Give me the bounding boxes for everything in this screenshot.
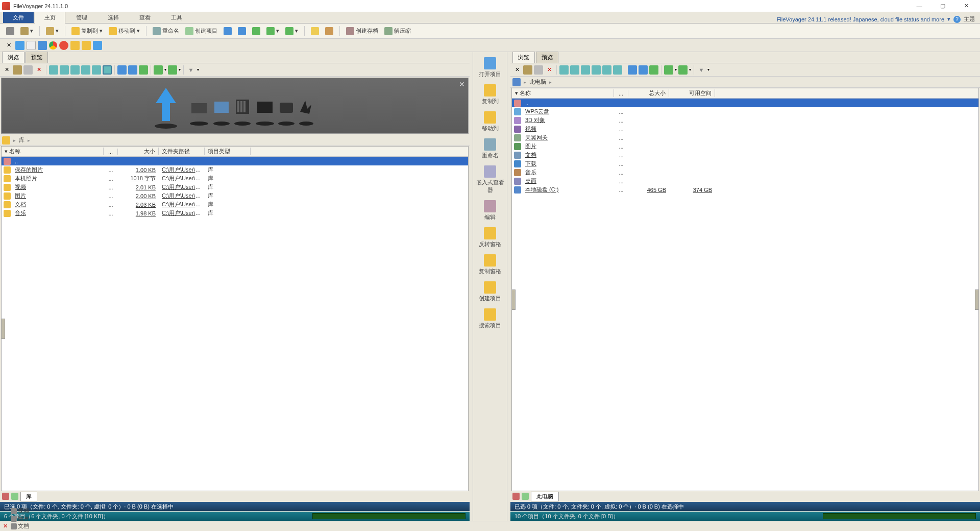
center-invert-panes[interactable]: 反转窗格 — [475, 225, 505, 250]
lt-back-icon[interactable] — [154, 65, 163, 75]
table-row[interactable]: .. — [2, 157, 468, 165]
left-tab-preview[interactable]: 预览 — [26, 52, 48, 63]
table-row[interactable]: 音乐...1.98 KBC:\用户\User\Ap...库 — [2, 209, 468, 218]
center-duplicate-pane[interactable]: 复制窗格 — [475, 252, 505, 277]
left-loc-close-icon[interactable] — [2, 493, 9, 500]
lt-nav-up-icon[interactable] — [128, 65, 137, 75]
create-item-button[interactable]: 创建项目 — [183, 26, 219, 36]
lt-filter-icon[interactable]: ▼ — [186, 65, 195, 75]
col-type[interactable]: 项目类型 — [205, 148, 251, 155]
lt-paste-icon[interactable] — [23, 65, 33, 75]
tab-file[interactable]: 文件 — [3, 12, 34, 23]
quick-folder3-icon[interactable] — [82, 41, 91, 50]
left-loc-add-icon[interactable] — [11, 493, 18, 500]
rt-back-icon[interactable] — [664, 65, 673, 75]
rt-nav-up-icon[interactable] — [639, 65, 648, 75]
nav-up-button[interactable] — [236, 26, 248, 36]
paste-button[interactable]: ▾ — [44, 26, 61, 36]
rt-filter-icon[interactable]: ▼ — [697, 65, 706, 75]
table-row[interactable]: 图片...2.00 KBC:\用户\User\Ap...库 — [2, 191, 468, 200]
right-location-tab[interactable]: 此电脑 — [531, 492, 559, 501]
tab-manage[interactable]: 管理 — [66, 12, 97, 23]
right-expand-right-handle[interactable] — [975, 289, 979, 310]
quick-close-icon[interactable]: ✕ — [4, 41, 13, 50]
lock-button[interactable] — [323, 26, 335, 36]
lt-fwd-icon[interactable] — [168, 65, 177, 75]
col-name[interactable]: ▾ 名称 — [2, 148, 104, 155]
quicklink[interactable]: 文档 — [11, 522, 29, 530]
rt-view5-icon[interactable] — [602, 65, 611, 75]
center-edit[interactable]: 编辑 — [475, 198, 505, 223]
quicklink[interactable]: 图片 — [11, 515, 29, 522]
lt-view3-icon[interactable] — [70, 65, 80, 75]
col-size[interactable]: 大小 — [118, 148, 159, 155]
table-row[interactable]: .. — [512, 99, 978, 107]
quick-chrome-icon[interactable] — [49, 41, 57, 50]
center-move-to[interactable]: 移动到 — [475, 109, 505, 134]
nav-forward-button[interactable]: ▾ — [283, 26, 300, 36]
create-archive-button[interactable]: 创建存档 — [344, 26, 380, 36]
rt-close-icon[interactable]: ✕ — [512, 65, 522, 75]
table-row[interactable]: 本机照片...1018 字节C:\用户\User\Ap...库 — [2, 174, 468, 183]
table-row[interactable]: 保存的图片...1.00 KBC:\用户\User\Ap...库 — [2, 165, 468, 174]
rcol-name[interactable]: ▾ 名称 — [512, 89, 614, 97]
rt-view2-icon[interactable] — [570, 65, 579, 75]
center-open-item[interactable]: 打开项目 — [475, 55, 505, 80]
rt-paste-icon[interactable] — [534, 65, 543, 75]
extract-button[interactable]: 解压缩 — [382, 26, 413, 36]
left-location-tab[interactable]: 库 — [20, 492, 37, 501]
tab-select[interactable]: 选择 — [98, 12, 129, 23]
lt-delete-icon[interactable]: ✕ — [34, 65, 43, 75]
close-button[interactable]: ✕ — [954, 0, 978, 12]
table-row[interactable]: 文档...2.03 KBC:\用户\User\Ap...库 — [2, 200, 468, 209]
dropdown-icon[interactable]: ▾ — [947, 16, 950, 22]
copy-to-button[interactable]: 复制到▾ — [69, 26, 105, 36]
table-row[interactable]: 本地磁盘 (C:)...465 GB374 GB — [512, 185, 978, 194]
center-rename[interactable]: 重命名 — [475, 136, 505, 161]
table-row[interactable]: 桌面... — [512, 177, 978, 185]
center-search-item[interactable]: 搜索项目 — [475, 306, 505, 331]
minimize-button[interactable]: — — [908, 0, 931, 12]
copy-button[interactable]: ▾ — [18, 26, 35, 36]
lt-view4-icon[interactable] — [81, 65, 90, 75]
rt-refresh-icon[interactable] — [649, 65, 658, 75]
quick-edge-icon[interactable] — [38, 41, 47, 50]
rcol-free[interactable]: 可用空间 — [669, 89, 715, 97]
cut-button[interactable] — [4, 26, 16, 36]
favorite-button[interactable] — [309, 26, 321, 36]
table-row[interactable]: 图片... — [512, 142, 978, 151]
table-row[interactable]: 音乐... — [512, 168, 978, 177]
help-icon[interactable]: ? — [953, 16, 961, 23]
rt-view1-icon[interactable] — [559, 65, 569, 75]
right-tab-preview[interactable]: 预览 — [536, 52, 558, 63]
lt-view6-icon[interactable] — [103, 65, 112, 75]
nav-back-button[interactable]: ▾ — [264, 26, 281, 36]
lt-nav-first-icon[interactable] — [117, 65, 127, 75]
release-notes-link[interactable]: FileVoyager 24.11.1 released! Japanese, … — [777, 16, 944, 22]
nav-first-button[interactable] — [222, 26, 234, 36]
bottom-close-icon[interactable]: ✕ — [3, 523, 8, 529]
rcol-ellipsis[interactable]: ... — [614, 90, 628, 96]
table-row[interactable]: WPS云盘... — [512, 107, 978, 116]
col-ellipsis[interactable]: ... — [104, 149, 118, 155]
left-breadcrumb[interactable]: ▸ 库 ▸ — [0, 135, 470, 146]
hero-close-icon[interactable]: ✕ — [459, 80, 465, 88]
table-row[interactable]: 视频... — [512, 125, 978, 133]
maximize-button[interactable]: ▢ — [931, 0, 954, 12]
quick-doc-icon[interactable] — [27, 41, 36, 50]
theme-label[interactable]: 主题 — [964, 15, 975, 23]
table-row[interactable]: 天翼网关... — [512, 133, 978, 142]
rt-copy-icon[interactable] — [523, 65, 532, 75]
rt-view3-icon[interactable] — [581, 65, 590, 75]
tab-home[interactable]: 主页 — [35, 12, 65, 23]
tab-view[interactable]: 查看 — [130, 12, 160, 23]
quick-bluetooth-icon[interactable] — [93, 41, 102, 50]
right-loc-add-icon[interactable] — [522, 493, 529, 500]
lt-view2-icon[interactable] — [60, 65, 69, 75]
lt-refresh-icon[interactable] — [139, 65, 148, 75]
center-copy-to[interactable]: 复制到 — [475, 82, 505, 107]
refresh-button[interactable] — [250, 26, 262, 36]
rt-view6-icon[interactable] — [613, 65, 622, 75]
center-embedded-viewer[interactable]: 嵌入式查看器 — [475, 163, 505, 196]
right-tab-browse[interactable]: 浏览 — [512, 52, 535, 63]
